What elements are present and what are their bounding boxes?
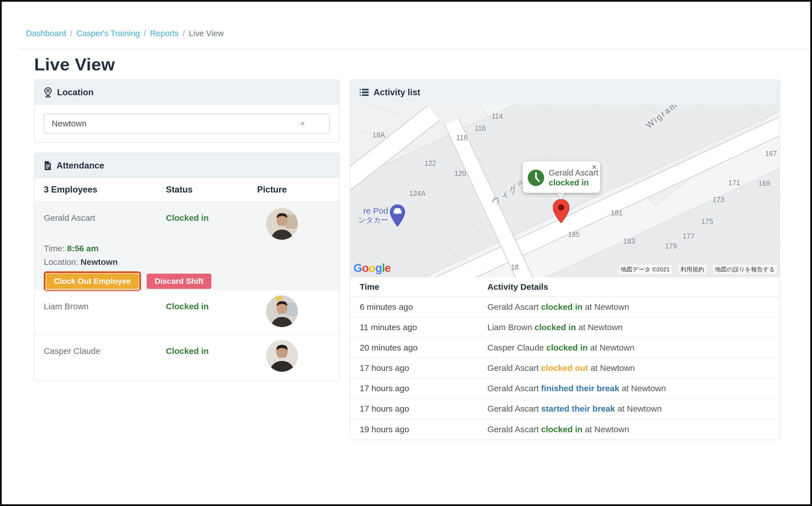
activity-card-header: Activity list — [350, 80, 780, 105]
clock-out-employee-button[interactable]: Clock Out Employee — [46, 274, 139, 289]
location-select[interactable]: Newtown × — [44, 113, 330, 134]
map-lot-number: 120 — [454, 169, 466, 177]
map-lot-number: 167 — [765, 150, 777, 158]
activity-row: 17 hours ago Gerald Ascart clocked out a… — [350, 358, 780, 378]
map-attribution: 地図データ ©2021 利用規約 地図の誤りを報告する — [619, 265, 777, 274]
map-lot-number: 185 — [568, 230, 580, 239]
google-letter: o — [369, 262, 375, 274]
activity-row: 17 hours ago Gerald Ascart finished thei… — [350, 378, 780, 399]
col-activity-details: Activity Details — [487, 282, 780, 292]
info-window-name: Gerald Ascart — [549, 168, 598, 178]
attendance-table-header: 3 Employees Status Picture — [34, 178, 339, 202]
map-lot-number: 18 — [511, 263, 519, 271]
location-card-title: Location — [57, 87, 94, 97]
location-card-header: Location — [34, 80, 339, 105]
map-lot-number: 118 — [456, 134, 468, 142]
activity-row: 17 hours ago Gerald Ascart started their… — [350, 399, 780, 419]
clear-selection-icon[interactable]: × — [298, 119, 308, 128]
clock-icon — [528, 170, 544, 186]
status-badge: Clocked in — [166, 335, 257, 356]
breadcrumb-current: Live View — [189, 29, 224, 38]
time-line: Time: 8:56 am — [44, 244, 339, 253]
map-lot-number: 116 — [475, 124, 486, 132]
location-select-value: Newtown — [52, 119, 298, 128]
map-lot-number: 181 — [611, 209, 623, 217]
status-badge: Clocked in — [166, 290, 257, 311]
google-map[interactable]: 11411611818A122120124A167171169173181175… — [350, 105, 780, 277]
map-lot-number: 179 — [665, 242, 677, 250]
breadcrumb-reports[interactable]: Reports — [150, 29, 179, 38]
map-lot-number: 183 — [623, 237, 635, 245]
map-lot-number: 169 — [758, 179, 770, 187]
employee-name: Gerald Ascart — [44, 202, 166, 223]
map-lot-number: 177 — [683, 232, 695, 240]
col-time: Time — [360, 282, 487, 292]
location-value: Newtown — [81, 257, 118, 267]
activity-card-title: Activity list — [374, 87, 420, 97]
attendance-row-casper[interactable]: Casper Claude Clocked in — [34, 334, 339, 381]
map-lot-number: 175 — [701, 218, 713, 226]
breadcrumb-dashboard[interactable]: Dashboard — [26, 29, 66, 38]
breadcrumb-caspers-training[interactable]: Casper's Training — [76, 29, 140, 38]
google-letter: o — [362, 262, 369, 274]
discard-shift-button[interactable]: Discard Shift — [146, 274, 211, 289]
map-lot-number: 171 — [728, 179, 740, 187]
google-letter: e — [385, 262, 391, 274]
map-pin-icon — [44, 87, 52, 97]
breadcrumb-separator: / — [70, 29, 72, 38]
activity-row: 20 minutes ago Casper Claude clocked in … — [350, 338, 780, 358]
employee-name: Liam Brown — [44, 290, 166, 311]
status-badge: Clocked in — [166, 202, 257, 223]
location-line: Location: Newtown — [44, 257, 339, 267]
header-divider — [19, 49, 810, 50]
list-icon — [360, 88, 369, 96]
map-data-copyright: 地図データ ©2021 — [619, 265, 672, 274]
activity-card: Activity list 11411611818A122120124A1671… — [350, 79, 780, 440]
attendance-card-header: Attendance — [34, 153, 339, 178]
breadcrumb-separator: / — [144, 29, 146, 38]
poi-name: re Pod — [352, 206, 388, 216]
info-window: × Gerald Ascart clocked in — [523, 161, 600, 193]
car-rental-pin-icon — [390, 204, 405, 227]
map-lot-number: 18A — [372, 131, 385, 139]
google-letter: l — [382, 262, 385, 274]
report-map-error-link[interactable]: 地図の誤りを報告する — [713, 265, 777, 274]
page-title: Live View — [34, 54, 115, 74]
clock-out-highlight: Clock Out Employee — [44, 271, 141, 291]
employee-name: Casper Claude — [44, 335, 166, 356]
live-view-page: Dashboard / Casper's Training / Reports … — [0, 0, 812, 506]
map-lot-number: 173 — [713, 196, 724, 204]
terms-of-use-link[interactable]: 利用規約 — [679, 265, 706, 274]
attendance-row-gerald[interactable]: Gerald Ascart Clocked in — [34, 202, 339, 290]
attendance-card-title: Attendance — [57, 161, 104, 171]
activity-table-header: Time Activity Details — [350, 277, 780, 297]
map-lot-number: 122 — [424, 159, 436, 167]
time-value: 8:56 am — [67, 244, 99, 253]
poi-name-line2: ンタカー — [352, 216, 388, 225]
poi-car-rental[interactable]: re Pod ンタカー — [352, 206, 405, 227]
breadcrumb-separator: / — [183, 29, 185, 38]
map-lot-number: 124A — [409, 189, 425, 197]
col-status: Status — [166, 185, 257, 195]
avatar — [266, 296, 298, 327]
attendance-card: Attendance 3 Employees Status Picture Ge… — [34, 153, 339, 381]
location-card: Location Newtown × — [34, 79, 339, 143]
avatar — [266, 208, 298, 240]
attendance-row-liam[interactable]: Liam Brown Clocked in — [34, 290, 339, 334]
map-lot-number: 114 — [492, 112, 503, 120]
breadcrumb: Dashboard / Casper's Training / Reports … — [26, 29, 224, 38]
col-employees: 3 Employees — [44, 185, 166, 195]
map-marker-gerald[interactable] — [553, 199, 569, 223]
info-window-status: clocked in — [549, 178, 598, 188]
google-logo[interactable]: Google — [353, 262, 391, 274]
avatar — [266, 340, 298, 372]
close-icon[interactable]: × — [592, 163, 597, 171]
activity-row: 19 hours ago Gerald Ascart clocked in at… — [350, 419, 780, 439]
google-letter: G — [353, 262, 362, 274]
activity-row: 11 minutes ago Liam Brown clocked in at … — [350, 318, 780, 338]
col-picture: Picture — [257, 185, 339, 195]
activity-row: 6 minutes ago Gerald Ascart clocked in a… — [350, 297, 780, 318]
document-icon — [44, 161, 52, 170]
google-letter: g — [375, 262, 382, 274]
